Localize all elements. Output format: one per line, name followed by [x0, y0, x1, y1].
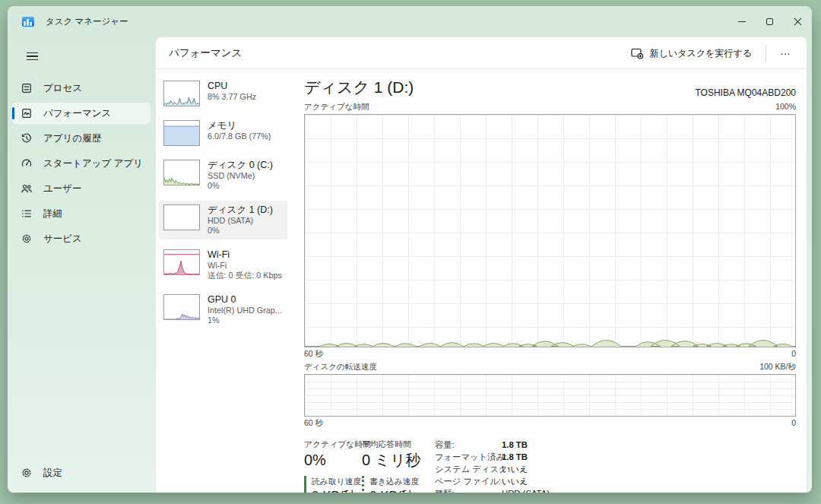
sidebar-item-settings[interactable]: 設定: [12, 462, 151, 483]
perf-card-detail: 8% 3.77 GHz: [208, 92, 256, 102]
perf-card-detail: Intel(R) UHD Grap...: [208, 306, 282, 315]
response-time-stat-label: 平均応答時間: [362, 439, 426, 449]
sidebar-item-label: 設定: [43, 467, 62, 480]
perf-card-name: メモリ: [208, 120, 271, 132]
close-icon: [794, 17, 802, 26]
write-speed-stat: 書き込み速度 0 KB/秒: [362, 476, 426, 493]
sidebar-item-label: アプリの履歴: [43, 132, 101, 145]
perf-card-detail: 6.0/7.8 GB (77%): [208, 132, 271, 141]
app-history-icon: [21, 132, 33, 144]
perf-card-name: ディスク 1 (D:): [208, 204, 273, 216]
sidebar-item-services[interactable]: サービス: [12, 228, 151, 249]
sidebar: プロセス パフォーマンス アプリの履歴: [8, 36, 155, 493]
perf-card-gpu0[interactable]: GPU 0 Intel(R) UHD Grap... 1%: [159, 290, 287, 329]
chart2-label: ディスクの転送速度: [304, 362, 377, 372]
perf-card-detail: SSD (NVMe): [208, 171, 273, 181]
window-controls: [727, 6, 812, 36]
gear-icon: [21, 467, 33, 479]
users-icon: [21, 182, 33, 195]
perf-card-detail2: 送信: 0 受信: 0 Kbps: [208, 271, 282, 281]
wifi-sparkline: [163, 249, 200, 275]
sidebar-item-users[interactable]: ユーザー: [12, 178, 151, 199]
perf-card-name: GPU 0: [208, 294, 282, 306]
sidebar-item-label: スタートアップ アプリ: [43, 157, 143, 170]
prop-system-disk: システム ディスク: いいえ: [435, 463, 550, 475]
desktop-background: タスク マネージャー プロセス パフォーマ: [0, 0, 821, 504]
disk1-sparkline: [163, 204, 200, 230]
active-time-series: [305, 115, 795, 347]
minimize-icon: [738, 21, 746, 22]
page-title: パフォーマンス: [169, 46, 242, 60]
perf-card-detail2: 0%: [208, 226, 273, 236]
hamburger-menu-button[interactable]: [21, 46, 43, 67]
run-new-task-label: 新しいタスクを実行する: [650, 47, 752, 60]
disk-detail-pane: ディスク 1 (D:) TOSHIBA MQ04ABD200 アクティブな時間 …: [304, 69, 796, 493]
content-panel: パフォーマンス 新しいタスクを実行する …: [155, 36, 807, 493]
titlebar[interactable]: タスク マネージャー: [8, 6, 812, 36]
close-button[interactable]: [784, 6, 812, 36]
active-time-chart: [304, 114, 796, 347]
disk-properties: 容量: 1.8 TB フォーマット済み: 1.8 TB システム ディスク: い…: [435, 439, 550, 493]
chart1-xleft: 60 秒: [304, 349, 323, 360]
read-speed-value: 0 KB/秒: [312, 487, 359, 493]
perf-card-detail: Wi-Fi: [208, 261, 282, 271]
sidebar-item-performance[interactable]: パフォーマンス: [12, 103, 151, 124]
prop-page-file: ページ ファイル: いいえ: [435, 475, 550, 487]
sidebar-item-details[interactable]: 詳細: [12, 203, 151, 224]
prop-capacity: 容量: 1.8 TB: [435, 439, 550, 451]
sidebar-item-label: パフォーマンス: [43, 107, 111, 120]
sidebar-item-label: 詳細: [43, 208, 62, 220]
active-time-stat-label: アクティブな時間: [304, 439, 359, 449]
minimize-button[interactable]: [727, 6, 756, 36]
read-speed-stat: 読み取り速度 0 KB/秒: [304, 476, 359, 493]
page-header: パフォーマンス 新しいタスクを実行する …: [156, 37, 807, 69]
new-task-icon: [631, 48, 644, 59]
services-icon: [21, 233, 33, 245]
perf-card-cpu[interactable]: CPU 8% 3.77 GHz: [159, 77, 287, 110]
startup-apps-icon: [21, 157, 33, 170]
details-icon: [21, 208, 33, 220]
performance-icon: [21, 107, 33, 119]
performance-card-list: CPU 8% 3.77 GHz メモリ 6.0/7.8 GB (77%): [156, 69, 304, 493]
perf-card-name: ディスク 0 (C:): [208, 160, 273, 171]
run-new-task-button[interactable]: 新しいタスクを実行する: [623, 43, 759, 65]
sidebar-item-label: ユーザー: [43, 182, 82, 195]
write-speed-label: 書き込み速度: [369, 476, 426, 487]
maximize-icon: [766, 18, 773, 25]
perf-card-disk1[interactable]: ディスク 1 (D:) HDD (SATA) 0%: [159, 201, 287, 239]
chart2-xright: 0: [791, 418, 796, 429]
device-model: TOSHIBA MQ04ABD200: [695, 87, 796, 98]
sidebar-item-label: サービス: [43, 233, 82, 246]
more-options-button[interactable]: …: [772, 42, 799, 65]
prop-type: 種類: HDD (SATA): [435, 487, 550, 493]
chart2-xleft: 60 秒: [304, 418, 323, 429]
perf-card-detail2: 0%: [208, 181, 273, 191]
disk-stats: アクティブな時間 0% 読み取り速度 0 KB/秒 平均応答時間 0 ミリ秒 書…: [304, 439, 796, 493]
disk0-sparkline: [163, 160, 200, 185]
perf-card-disk0[interactable]: ディスク 0 (C:) SSD (NVMe) 0%: [159, 156, 287, 195]
sidebar-item-app-history[interactable]: アプリの履歴: [12, 128, 151, 149]
sidebar-item-label: プロセス: [43, 82, 82, 95]
read-speed-label: 読み取り速度: [312, 476, 359, 487]
selected-indicator: [12, 107, 14, 119]
processes-icon: [21, 82, 33, 94]
detail-title: ディスク 1 (D:): [304, 77, 414, 98]
chart2-ymax: 100 KB/秒: [759, 362, 796, 372]
sidebar-item-startup-apps[interactable]: スタートアップ アプリ: [12, 153, 151, 174]
header-divider: [766, 45, 766, 62]
response-time-stat-value: 0 ミリ秒: [362, 451, 426, 469]
perf-card-detail: HDD (SATA): [208, 216, 273, 226]
perf-card-memory[interactable]: メモリ 6.0/7.8 GB (77%): [159, 116, 287, 150]
chart1-ymax: 100%: [775, 102, 796, 113]
chart1-xright: 0: [791, 349, 796, 360]
maximize-button[interactable]: [756, 6, 784, 36]
perf-card-wifi[interactable]: Wi-Fi Wi-Fi 送信: 0 受信: 0 Kbps: [159, 246, 287, 284]
window-title: タスク マネージャー: [46, 16, 128, 27]
perf-card-detail2: 1%: [208, 315, 282, 325]
sidebar-item-processes[interactable]: プロセス: [12, 78, 151, 99]
task-manager-app-icon: [22, 17, 34, 27]
memory-sparkline: [163, 120, 200, 146]
prop-formatted: フォーマット済み: 1.8 TB: [435, 451, 550, 463]
write-speed-value: 0 KB/秒: [369, 487, 426, 493]
task-manager-window: タスク マネージャー プロセス パフォーマ: [8, 6, 812, 493]
